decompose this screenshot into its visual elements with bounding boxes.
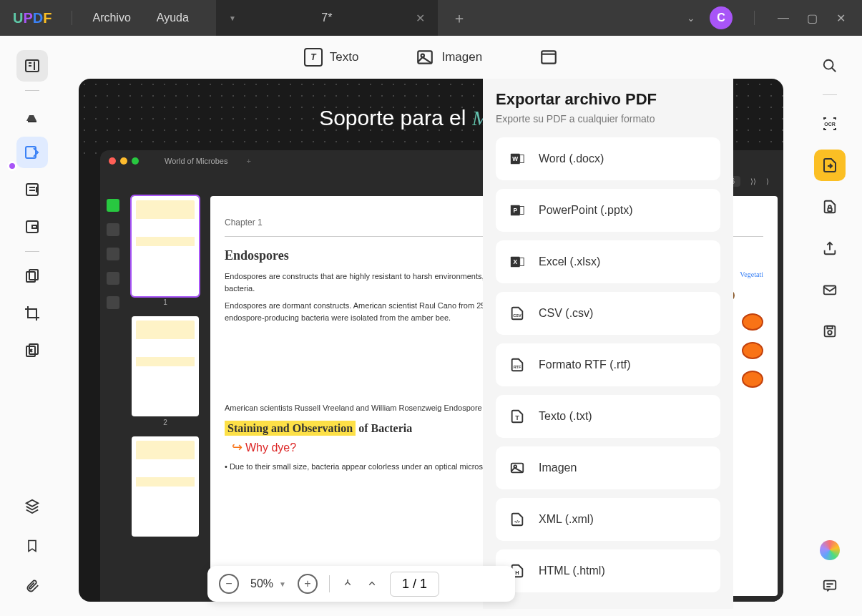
svg-point-29 — [824, 60, 833, 69]
highlighted-heading: Staining and Observation — [225, 421, 356, 436]
crop-tool[interactable] — [16, 298, 48, 329]
thumbnail-panel: 1 2 — [126, 190, 205, 602]
close-icon[interactable]: ✕ — [416, 11, 425, 25]
export-html[interactable]: H HTML (.html) — [496, 549, 720, 592]
link-icon — [539, 48, 558, 67]
svg-rect-12 — [542, 51, 556, 63]
banner-prefix: Soporte para el — [319, 106, 471, 129]
divider — [823, 94, 837, 95]
tab-area: ▼ 7* ✕ ＋ — [216, 0, 481, 36]
export-rtf[interactable]: RTF Formato RTF (.rtf) — [496, 343, 720, 386]
search-icon[interactable] — [814, 50, 846, 82]
reader-tool[interactable] — [16, 50, 48, 82]
layers-icon[interactable] — [16, 490, 48, 522]
inner-tool-icon[interactable] — [107, 248, 119, 260]
traffic-lights[interactable] — [109, 157, 139, 165]
divider — [72, 11, 72, 25]
minimize-icon[interactable]: — — [776, 11, 790, 24]
color-wheel-icon[interactable] — [820, 540, 840, 560]
text-button[interactable]: T Texto — [304, 48, 359, 67]
menu-file[interactable]: Archivo — [79, 11, 143, 24]
save-icon[interactable] — [814, 316, 846, 347]
svg-text:T: T — [515, 414, 519, 421]
export-excel[interactable]: X Excel (.xlsx) — [496, 240, 720, 283]
page-thumbnail[interactable] — [132, 436, 199, 537]
rtf-icon: RTF — [509, 356, 526, 373]
form-tool[interactable] — [16, 211, 48, 243]
inner-tool-icon[interactable] — [107, 272, 119, 285]
first-page-icon[interactable] — [341, 577, 354, 590]
prev-page-icon[interactable] — [366, 577, 378, 590]
export-powerpoint[interactable]: P PowerPoint (.pptx) — [496, 189, 720, 232]
svg-rect-32 — [824, 286, 836, 295]
workspace: T Texto Imagen Soporte para el Modo O Wo — [0, 36, 862, 616]
word-icon: W — [509, 150, 526, 167]
ocr-icon[interactable]: OCR — [814, 108, 846, 140]
inner-tool-icon[interactable] — [107, 223, 119, 236]
inner-tool-icon[interactable] — [107, 199, 119, 212]
zoom-level[interactable]: 50% ▼ — [250, 577, 286, 590]
nav-icon[interactable]: ⟩⟩ — [750, 177, 756, 185]
thumb-number: 1 — [163, 298, 167, 306]
image-file-icon — [509, 459, 526, 476]
menu-help[interactable]: Ayuda — [144, 11, 202, 24]
svg-rect-15 — [520, 155, 524, 163]
compress-tool[interactable] — [16, 335, 48, 366]
panel-handle[interactable] — [7, 161, 17, 171]
nav-icon[interactable]: ⟩ — [766, 177, 769, 185]
organize-tool[interactable] — [16, 260, 48, 292]
viewer-controls: − 50% ▼ + 1 / 1 — [207, 566, 515, 602]
edit-tool[interactable] — [16, 137, 48, 168]
zoom-out-button[interactable]: − — [219, 574, 239, 594]
svg-text:CSV: CSV — [513, 313, 521, 318]
convert-icon[interactable] — [814, 150, 846, 181]
new-tab-button[interactable]: ＋ — [438, 0, 481, 36]
tab-dropdown-icon[interactable]: ▼ — [229, 14, 236, 22]
inner-tool-icon[interactable] — [107, 296, 119, 309]
protect-icon[interactable] — [814, 191, 846, 223]
export-xml[interactable]: </> XML (.xml) — [496, 498, 720, 541]
page-thumbnail[interactable]: 2 — [132, 316, 199, 416]
maximize-icon[interactable]: ▢ — [805, 11, 819, 25]
annotation-text: Why dye? — [245, 441, 296, 454]
text-icon: T — [304, 48, 323, 67]
comment-icon[interactable] — [814, 570, 846, 602]
user-avatar[interactable]: C — [710, 6, 733, 29]
powerpoint-icon: P — [509, 202, 526, 219]
svg-text:P: P — [513, 207, 517, 214]
inner-tab-title: World of Microbes — [165, 157, 227, 165]
highlighter-tool[interactable] — [16, 99, 48, 131]
attachment-icon[interactable] — [16, 570, 48, 602]
text-file-icon: T — [509, 408, 526, 425]
export-image[interactable]: Imagen — [496, 446, 720, 489]
page-tool[interactable] — [16, 174, 48, 205]
svg-rect-5 — [32, 225, 36, 228]
share-icon[interactable] — [814, 233, 846, 264]
export-label: PowerPoint (.pptx) — [539, 204, 633, 217]
svg-rect-36 — [824, 581, 836, 590]
export-word[interactable]: W Word (.docx) — [496, 137, 720, 180]
export-label: Imagen — [539, 461, 577, 474]
page-thumbnail[interactable]: 1 — [132, 196, 199, 296]
close-window-icon[interactable]: ✕ — [833, 11, 848, 25]
chevron-down-icon[interactable]: ⌄ — [687, 12, 695, 24]
export-label: XML (.xml) — [539, 513, 594, 526]
svg-rect-1 — [28, 121, 36, 122]
export-label: Word (.docx) — [539, 152, 604, 165]
export-csv[interactable]: CSV CSV (.csv) — [496, 292, 720, 335]
bookmark-icon[interactable] — [16, 530, 48, 562]
link-button[interactable] — [539, 48, 558, 67]
export-panel: Exportar archivo PDF Exporte su PDF a cu… — [483, 79, 733, 609]
page-indicator[interactable]: 1 / 1 — [390, 572, 439, 597]
svg-text:OCR: OCR — [824, 122, 836, 127]
document-tab[interactable]: ▼ 7* ✕ — [216, 0, 438, 36]
inner-new-tab[interactable]: + — [246, 157, 250, 165]
mail-icon[interactable] — [814, 274, 846, 305]
xml-icon: </> — [509, 511, 526, 528]
image-button[interactable]: Imagen — [416, 48, 482, 67]
divider — [25, 251, 39, 252]
inner-left-tools — [100, 190, 126, 602]
svg-rect-0 — [26, 60, 39, 72]
zoom-in-button[interactable]: + — [298, 574, 318, 594]
export-text[interactable]: T Texto (.txt) — [496, 395, 720, 438]
